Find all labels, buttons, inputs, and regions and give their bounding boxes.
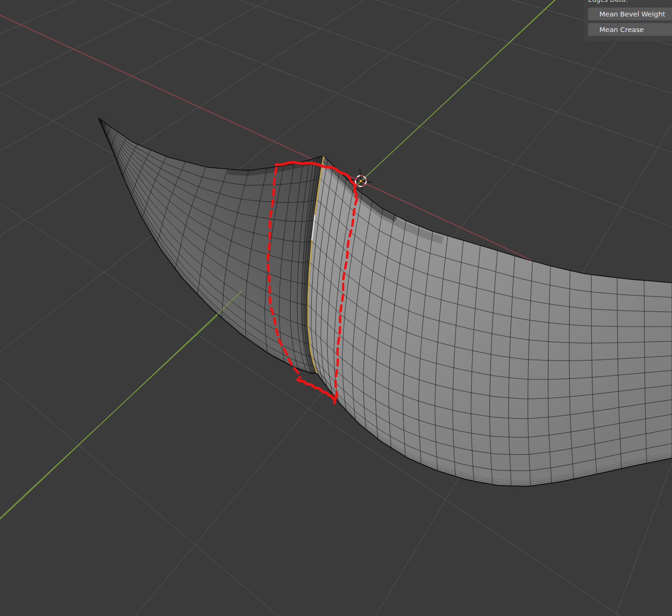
- blender-3d-viewport: Edges Data: Mean Bevel Weight Mean Creas…: [0, 0, 672, 616]
- viewport-canvas[interactable]: [0, 0, 672, 616]
- mean-crease-button[interactable]: Mean Crease: [588, 23, 672, 36]
- sidebar-panel: Edges Data: Mean Bevel Weight Mean Creas…: [584, 0, 672, 41]
- mean-bevel-weight-button[interactable]: Mean Bevel Weight: [588, 8, 672, 20]
- edges-data-label: Edges Data:: [588, 0, 628, 3]
